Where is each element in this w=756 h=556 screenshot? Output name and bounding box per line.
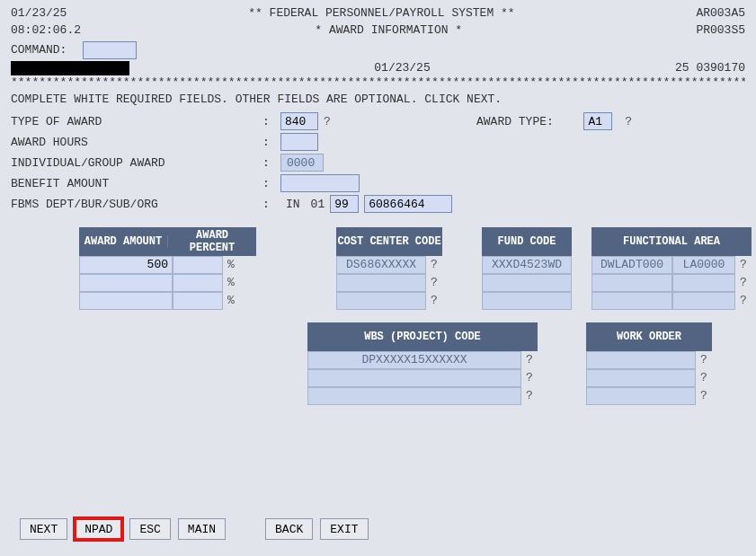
award-percent-3[interactable] [173, 292, 223, 310]
cost-center-3 [336, 292, 426, 310]
fbms-sub-input[interactable] [330, 195, 359, 213]
func-area-b-3 [672, 292, 735, 310]
redacted-field [11, 61, 129, 75]
header-time: 08:02:06.2 [11, 22, 81, 40]
npad-button[interactable]: NPAD [75, 518, 122, 540]
fbms-org-input[interactable] [364, 195, 452, 213]
help-icon[interactable]: ? [735, 292, 752, 310]
screen-title: * AWARD INFORMATION * [81, 22, 696, 40]
instruction-text: COMPLETE WHITE REQUIRED FIELDS. OTHER FI… [11, 93, 745, 106]
func-area-a-2 [591, 274, 672, 292]
screen-code-bottom: PR003S5 [696, 22, 745, 40]
record-id: 25 0390170 [675, 61, 745, 75]
benefit-amount-input[interactable] [280, 174, 360, 192]
help-icon[interactable]: ? [696, 351, 712, 369]
help-icon[interactable]: ? [521, 387, 538, 405]
fund-code-2 [482, 274, 572, 292]
help-icon[interactable]: ? [619, 115, 632, 128]
fbms-in: IN [280, 198, 306, 211]
back-button[interactable]: BACK [265, 518, 313, 540]
award-percent-1[interactable] [173, 256, 223, 274]
func-area-a-1 [591, 256, 672, 274]
help-icon[interactable]: ? [318, 115, 331, 128]
individual-group-label: INDIVIDUAL/GROUP AWARD [11, 156, 262, 170]
cost-center-2 [336, 274, 426, 292]
help-icon[interactable]: ? [696, 387, 712, 405]
next-button[interactable]: NEXT [20, 518, 67, 540]
help-icon[interactable]: ? [735, 274, 752, 292]
system-title: ** FEDERAL PERSONNEL/PAYROLL SYSTEM ** [67, 5, 696, 22]
command-input[interactable] [83, 41, 137, 59]
individual-group-input [280, 154, 324, 172]
cost-center-1 [336, 256, 426, 274]
screen-code-top: AR003A5 [696, 5, 745, 22]
work-order-3 [586, 387, 696, 405]
award-amount-2[interactable] [79, 274, 173, 292]
func-area-a-3 [591, 292, 672, 310]
type-of-award-label: TYPE OF AWARD [11, 115, 262, 128]
fund-code-header: FUND CODE [482, 227, 572, 256]
esc-button[interactable]: ESC [129, 518, 170, 540]
help-icon[interactable]: ? [735, 256, 752, 274]
award-amount-3[interactable] [79, 292, 173, 310]
benefit-amount-label: BENEFIT AMOUNT [11, 177, 262, 190]
work-order-2 [586, 369, 696, 387]
award-type-label: AWARD TYPE: [476, 115, 554, 128]
wbs-2 [307, 369, 521, 387]
help-icon[interactable]: ? [521, 369, 538, 387]
work-order-1 [586, 351, 696, 369]
wbs-3 [307, 387, 521, 405]
func-area-b-2 [672, 274, 735, 292]
help-icon[interactable]: ? [426, 274, 442, 292]
exit-button[interactable]: EXIT [320, 518, 368, 540]
type-of-award-input[interactable] [280, 112, 318, 130]
fund-code-1 [482, 256, 572, 274]
award-percent-2[interactable] [173, 274, 223, 292]
help-icon[interactable]: ? [426, 292, 442, 310]
command-label: COMMAND: [11, 43, 67, 57]
fbms-label: FBMS DEPT/BUR/SUB/ORG [11, 198, 262, 211]
help-icon[interactable]: ? [426, 256, 442, 274]
wbs-1 [307, 351, 521, 369]
functional-area-header: FUNCTIONAL AREA [591, 227, 752, 256]
help-icon[interactable]: ? [521, 351, 538, 369]
award-amount-header: AWARD AMOUNT AWARD PERCENT [79, 227, 256, 256]
cost-center-header: COST CENTER CODE [336, 227, 442, 256]
main-button[interactable]: MAIN [178, 518, 226, 540]
fund-code-3 [482, 292, 572, 310]
award-hours-input[interactable] [280, 133, 318, 151]
help-icon[interactable]: ? [696, 369, 712, 387]
header-date: 01/23/25 [11, 5, 67, 22]
wbs-header: WBS (PROJECT) CODE [307, 322, 538, 351]
award-type-input[interactable] [583, 112, 612, 130]
award-hours-label: AWARD HOURS [11, 136, 262, 149]
func-area-b-1 [672, 256, 735, 274]
line2-date: 01/23/25 [129, 61, 675, 75]
work-order-header: WORK ORDER [586, 322, 712, 351]
award-amount-1[interactable] [79, 256, 173, 274]
separator-stars: ****************************************… [11, 75, 745, 89]
fbms-01: 01 [306, 198, 331, 211]
